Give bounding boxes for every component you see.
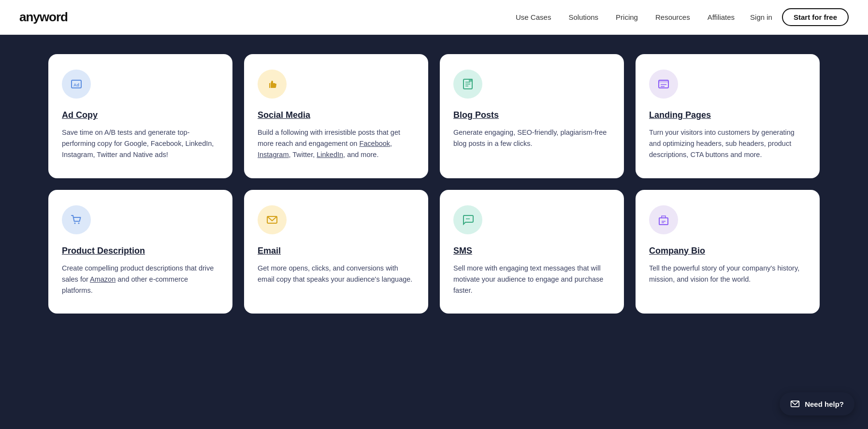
ad-copy-desc: Save time on A/B tests and generate top-… bbox=[62, 127, 219, 161]
nav-resources[interactable]: Resources bbox=[655, 13, 690, 21]
blog-posts-desc: Generate engaging, SEO-friendly, plagiar… bbox=[453, 127, 610, 149]
blog-posts-icon-wrapper bbox=[453, 70, 482, 99]
ad-copy-title[interactable]: Ad Copy bbox=[62, 110, 219, 120]
nav-pricing[interactable]: Pricing bbox=[616, 13, 638, 21]
svg-point-12 bbox=[78, 222, 80, 224]
thumbsup-icon bbox=[265, 77, 279, 91]
start-for-free-button[interactable]: Start for free bbox=[782, 8, 849, 26]
companybio-icon bbox=[657, 213, 670, 227]
sms-icon-wrapper bbox=[453, 205, 482, 234]
instagram-link[interactable]: Instagram bbox=[258, 151, 289, 158]
cards-grid: Ad Ad Copy Save time on A/B tests and ge… bbox=[48, 54, 820, 314]
sms-title[interactable]: SMS bbox=[453, 246, 610, 256]
help-button[interactable]: Need help? bbox=[780, 392, 854, 415]
amazon-link[interactable]: Amazon bbox=[90, 275, 116, 283]
svg-point-11 bbox=[74, 222, 76, 224]
facebook-link[interactable]: Facebook bbox=[359, 140, 390, 147]
landingpage-icon bbox=[657, 77, 670, 91]
cart-icon bbox=[70, 213, 83, 227]
navbar: anyword Use Cases Solutions Pricing Reso… bbox=[0, 0, 868, 35]
company-bio-desc: Tell the powerful story of your company'… bbox=[649, 263, 806, 285]
card-company-bio: Company Bio Tell the powerful story of y… bbox=[636, 190, 820, 314]
company-bio-title[interactable]: Company Bio bbox=[649, 246, 806, 256]
sms-icon bbox=[461, 213, 475, 227]
landing-pages-icon-wrapper bbox=[649, 70, 678, 99]
help-mail-icon bbox=[790, 399, 800, 409]
ad-copy-icon-wrapper: Ad bbox=[62, 70, 91, 99]
svg-rect-6 bbox=[469, 79, 473, 82]
signin-link[interactable]: Sign in bbox=[750, 13, 772, 21]
logo[interactable]: anyword bbox=[19, 10, 68, 25]
product-description-icon-wrapper bbox=[62, 205, 91, 234]
card-landing-pages: Landing Pages Turn your visitors into cu… bbox=[636, 54, 820, 178]
social-media-icon-wrapper bbox=[258, 70, 287, 99]
blogpost-icon bbox=[461, 77, 475, 91]
email-title[interactable]: Email bbox=[258, 246, 415, 256]
product-description-desc: Create compelling product descriptions t… bbox=[62, 263, 219, 297]
company-bio-icon-wrapper bbox=[649, 205, 678, 234]
nav-use-cases[interactable]: Use Cases bbox=[516, 13, 551, 21]
email-icon bbox=[265, 213, 279, 227]
social-media-title[interactable]: Social Media bbox=[258, 110, 415, 120]
ad-icon: Ad bbox=[70, 77, 83, 91]
card-sms: SMS Sell more with engaging text message… bbox=[440, 190, 624, 314]
svg-rect-8 bbox=[659, 80, 668, 83]
landing-pages-title[interactable]: Landing Pages bbox=[649, 110, 806, 120]
card-social-media: Social Media Build a following with irre… bbox=[244, 54, 428, 178]
card-blog-posts: Blog Posts Generate engaging, SEO-friend… bbox=[440, 54, 624, 178]
svg-text:Ad: Ad bbox=[73, 83, 79, 87]
nav-affiliates[interactable]: Affiliates bbox=[708, 13, 735, 21]
landing-pages-desc: Turn your visitors into customers by gen… bbox=[649, 127, 806, 161]
email-desc: Get more opens, clicks, and conversions … bbox=[258, 263, 415, 285]
social-media-desc: Build a following with irresistible post… bbox=[258, 127, 415, 161]
svg-rect-16 bbox=[662, 216, 665, 218]
nav-links: Use Cases Solutions Pricing Resources Af… bbox=[516, 13, 735, 21]
card-ad-copy: Ad Ad Copy Save time on A/B tests and ge… bbox=[48, 54, 232, 178]
linkedin-link[interactable]: LinkedIn bbox=[317, 151, 343, 158]
sms-desc: Sell more with engaging text messages th… bbox=[453, 263, 610, 297]
blog-posts-title[interactable]: Blog Posts bbox=[453, 110, 610, 120]
main-content: Ad Ad Copy Save time on A/B tests and ge… bbox=[0, 35, 868, 343]
email-icon-wrapper bbox=[258, 205, 287, 234]
help-label: Need help? bbox=[805, 400, 844, 408]
product-description-title[interactable]: Product Description bbox=[62, 246, 219, 256]
card-email: Email Get more opens, clicks, and conver… bbox=[244, 190, 428, 314]
card-product-description: Product Description Create compelling pr… bbox=[48, 190, 232, 314]
nav-solutions[interactable]: Solutions bbox=[568, 13, 598, 21]
